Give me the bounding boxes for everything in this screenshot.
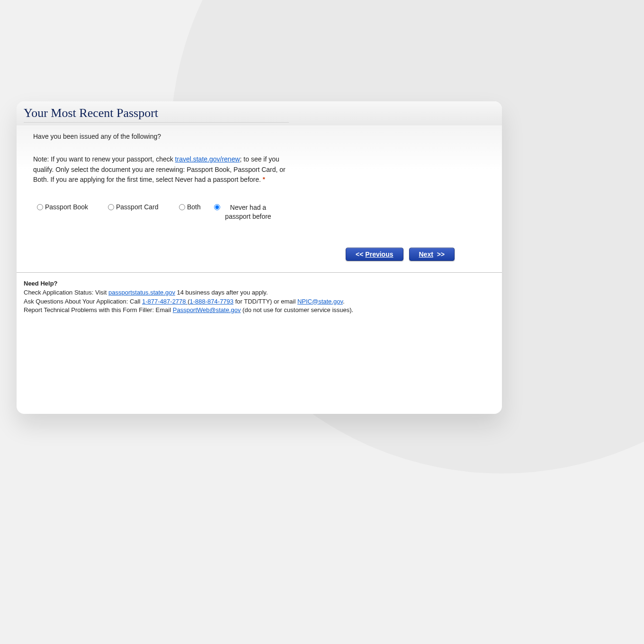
radio-card-input[interactable] <box>108 204 114 210</box>
radio-both-label: Both <box>187 203 201 211</box>
note-prefix: Note: If you want to renew your passport… <box>33 155 175 163</box>
nav-button-row: << Previous Next >> <box>33 242 492 267</box>
chevron-left-icon: << <box>356 250 363 258</box>
next-button-label: Next <box>419 250 433 258</box>
radio-book-label: Passport Book <box>45 203 88 211</box>
card-header: Your Most Recent Passport <box>17 101 502 126</box>
renew-link[interactable]: travel.state.gov/renew <box>175 155 240 163</box>
required-indicator: * <box>263 176 265 183</box>
help-ask-mid: for TDD/TTY) or email <box>233 298 297 305</box>
page-title: Your Most Recent Passport <box>24 106 289 123</box>
help-ask-prefix: Ask Questions About Your Application: Ca… <box>24 298 142 305</box>
help-heading: Need Help? <box>24 280 58 287</box>
next-button[interactable]: Next >> <box>409 248 455 261</box>
radio-book-input[interactable] <box>37 204 43 210</box>
radio-card-label: Passport Card <box>116 203 158 211</box>
phone2-link[interactable]: 1-888-874-7793 <box>190 298 234 305</box>
help-section: Need Help? Check Application Status: Vis… <box>17 272 502 322</box>
radio-never-input[interactable] <box>214 204 220 210</box>
previous-button-label: Previous <box>365 250 393 258</box>
status-link[interactable]: passportstatus.state.gov <box>108 289 175 296</box>
tech-email-link[interactable]: PassportWeb@state.gov <box>173 306 241 313</box>
help-tech-suffix: (do not use for customer service issues)… <box>241 306 354 313</box>
chevron-right-icon: >> <box>437 250 445 258</box>
phone1-link[interactable]: 1-877-487-2778 <box>142 298 188 305</box>
help-status-prefix: Check Application Status: Visit <box>24 289 108 296</box>
previous-button[interactable]: << Previous <box>346 248 403 261</box>
help-ask-suffix: . <box>343 298 345 305</box>
form-note: Note: If you want to renew your passport… <box>33 154 289 185</box>
form-card: Your Most Recent Passport Have you been … <box>17 101 502 414</box>
radio-option-both[interactable]: Both <box>179 203 214 211</box>
passport-type-radio-group: Passport Book Passport Card Both Never h… <box>37 203 492 221</box>
card-body: Have you been issued any of the followin… <box>17 126 502 272</box>
help-tech-prefix: Report Technical Problems with this Form… <box>24 306 173 313</box>
radio-both-input[interactable] <box>179 204 185 210</box>
radio-option-card[interactable]: Passport Card <box>108 203 179 211</box>
help-status-suffix: 14 business days after you apply. <box>175 289 268 296</box>
radio-option-never[interactable]: Never had a passport before <box>214 203 274 221</box>
radio-option-book[interactable]: Passport Book <box>37 203 108 211</box>
form-question: Have you been issued any of the followin… <box>33 133 492 140</box>
radio-never-label: Never had a passport before <box>222 203 274 221</box>
npic-email-link[interactable]: NPIC@state.gov <box>297 298 343 305</box>
